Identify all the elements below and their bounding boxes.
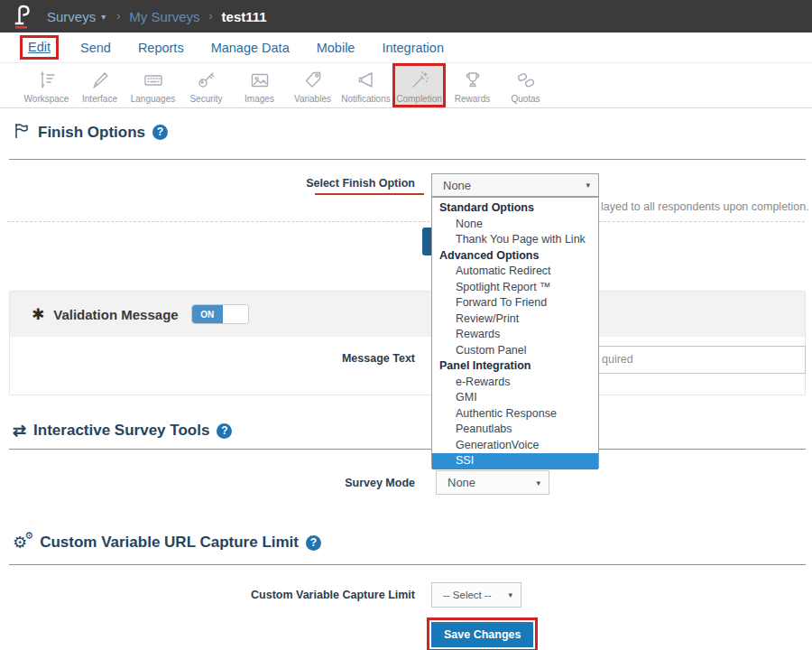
toolbar-item-images[interactable]: Images	[233, 63, 286, 107]
section-title: Custom Variable URL Capture Limit	[40, 534, 299, 552]
section-divider	[9, 564, 806, 565]
dropdown-option[interactable]: Rewards	[432, 327, 598, 343]
toggle-on-label: ON	[192, 305, 223, 323]
trophy-icon	[462, 69, 484, 92]
toolbar-item-security[interactable]: Security	[180, 63, 233, 107]
tab-send[interactable]: Send	[80, 41, 111, 55]
dropdown-group-header: Standard Options	[432, 200, 598, 217]
chevron-down-icon[interactable]: ▾	[101, 12, 106, 22]
key-icon	[196, 69, 217, 92]
keyboard-icon	[143, 69, 164, 92]
toolbar-item-languages[interactable]: Languages	[126, 63, 180, 107]
dropdown-option-highlighted[interactable]: SSI	[432, 453, 598, 469]
tab-integration[interactable]: Integration	[382, 41, 444, 55]
toolbar-item-label: Languages	[131, 94, 176, 104]
toolbar-item-rewards[interactable]: Rewards	[446, 63, 499, 107]
section-title: Finish Options	[38, 124, 145, 142]
dropdown-option[interactable]: GenerationVoice	[432, 438, 598, 454]
capture-limit-selected-value: -- Select --	[432, 590, 508, 600]
dropdown-option[interactable]: None	[432, 217, 598, 233]
toolbar-item-label: Quotas	[511, 94, 540, 104]
toolbar-item-interface[interactable]: Interface	[73, 63, 126, 107]
annotation-box-save: Save Changes	[427, 618, 538, 650]
chevron-down-icon: ▾	[508, 590, 521, 599]
dropdown-option[interactable]: Peanutlabs	[432, 422, 598, 438]
dropdown-option[interactable]: Review/Print	[432, 311, 598, 328]
logo-icon	[13, 3, 32, 30]
dropdown-group-header: Advanced Options	[432, 248, 598, 265]
flag-icon	[13, 122, 31, 143]
survey-mode-select[interactable]: None ▾	[436, 470, 549, 495]
toolbar-item-label: Security	[189, 94, 222, 104]
tab-manage-data[interactable]: Manage Data	[211, 41, 290, 55]
toolbar-item-label: Workspace	[24, 94, 69, 104]
toolbar-item-variables[interactable]: Variables	[286, 63, 339, 107]
chevron-down-icon: ▾	[536, 478, 549, 488]
save-changes-button[interactable]: Save Changes	[431, 622, 533, 647]
toolbar-item-label: Completion	[396, 94, 442, 104]
annotation-box-edit: Edit	[20, 35, 59, 60]
pen-icon	[89, 69, 111, 92]
validation-toggle[interactable]: ON	[191, 304, 249, 324]
toggle-knob	[223, 305, 248, 323]
help-icon[interactable]: ?	[306, 535, 321, 551]
main-tabbar: Edit Send Reports Manage Data Mobile Int…	[0, 32, 812, 63]
tab-reports[interactable]: Reports	[138, 41, 184, 55]
breadcrumb-surveys[interactable]: Surveys	[47, 9, 96, 24]
select-finish-option-label: Select Finish Option	[189, 177, 415, 190]
breadcrumb-current-survey: test111	[222, 9, 267, 24]
dropdown-option[interactable]: Forward To Friend	[432, 295, 598, 311]
asterisk-icon: ✱	[32, 305, 44, 324]
finish-option-select[interactable]: None ▾	[431, 173, 599, 197]
dropdown-option[interactable]: Automatic Redirect	[432, 264, 598, 280]
questionpro-logo[interactable]	[13, 3, 32, 30]
section-divider	[9, 159, 806, 160]
completion-hint-text: layed to all respondents upon completion…	[601, 200, 809, 213]
toolbar-item-label: Notifications	[341, 94, 390, 104]
dropdown-option[interactable]: Spotlight Report ™	[432, 280, 598, 296]
toolbar-item-notifications[interactable]: Notifications	[339, 63, 392, 107]
toolbar-item-label: Variables	[294, 94, 331, 104]
message-text-visible-value: quired	[602, 353, 633, 366]
gears-icon: ⚙⚙	[13, 534, 27, 551]
picture-icon	[249, 69, 271, 92]
validation-message-section: ✱ Validation Message ON	[9, 291, 806, 395]
tab-edit[interactable]: Edit	[28, 40, 51, 54]
tag-icon	[302, 69, 324, 92]
capture-limit-select[interactable]: -- Select -- ▾	[431, 582, 521, 608]
chain-link-icon	[515, 69, 537, 92]
dashed-divider	[7, 221, 805, 222]
magic-wand-icon	[409, 69, 430, 92]
section-divider	[9, 449, 806, 450]
dropdown-option[interactable]: Authentic Response	[432, 406, 598, 422]
pencil-lines-icon	[36, 69, 58, 92]
validation-message-header: ✱ Validation Message ON	[10, 292, 805, 337]
toolbar-item-completion[interactable]: Completion	[392, 63, 446, 107]
custom-variable-capture-limit-label: Custom Variable Capture Limit	[189, 589, 415, 601]
dropdown-option[interactable]: GMI	[432, 390, 598, 406]
tab-mobile[interactable]: Mobile	[317, 41, 355, 55]
toolbar-item-quotas[interactable]: Quotas	[499, 63, 552, 107]
toolbar-item-label: Images	[245, 94, 274, 104]
breadcrumb-separator: ›	[209, 10, 213, 23]
survey-mode-selected-value: None	[437, 476, 536, 489]
finish-options-heading: Finish Options ?	[13, 122, 168, 143]
chevron-down-icon: ▾	[586, 181, 598, 190]
help-icon[interactable]: ?	[217, 423, 232, 439]
edit-toolbar: Workspace Interface Languages Security I…	[0, 63, 812, 108]
toolbar-item-workspace[interactable]: Workspace	[20, 63, 73, 107]
top-navbar: Surveys ▾ › My Surveys › test111	[0, 0, 812, 32]
breadcrumb-separator: ›	[116, 10, 120, 23]
survey-mode-label: Survey Mode	[189, 477, 415, 489]
dropdown-option[interactable]: e-Rewards	[432, 375, 598, 391]
interactive-survey-tools-heading: ⇄ Interactive Survey Tools ?	[13, 422, 232, 440]
breadcrumb-my-surveys[interactable]: My Surveys	[129, 9, 199, 24]
arrows-swap-icon: ⇄	[13, 422, 26, 439]
dropdown-option[interactable]: Thank You Page with Link	[432, 232, 598, 248]
section-title: Interactive Survey Tools	[33, 422, 209, 440]
help-icon[interactable]: ?	[152, 125, 168, 140]
dropdown-group-header: Panel Integration	[432, 358, 598, 375]
toolbar-item-label: Rewards	[455, 94, 490, 104]
dropdown-option[interactable]: Custom Panel	[432, 343, 598, 359]
megaphone-icon	[355, 69, 377, 92]
